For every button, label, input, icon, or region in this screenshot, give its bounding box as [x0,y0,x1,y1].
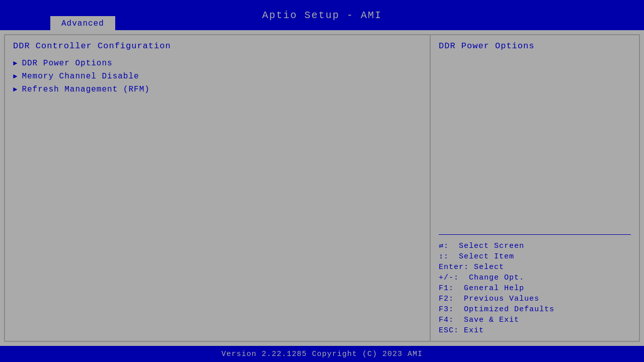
key-label: F4: Save & Exit [439,316,519,324]
left-panel: DDR Controller Configuration ► DDR Power… [4,34,431,342]
key-label: Enter: Select [439,263,504,272]
key-label: F1: General Help [439,284,524,293]
tab-advanced[interactable]: Advanced [50,16,115,30]
arrow-icon: ► [13,85,18,94]
bottom-bar: Version 2.22.1285 Copyright (C) 2023 AMI [0,346,644,362]
key-label: F2: Previous Values [439,295,539,303]
key-label: ↕: Select Item [439,252,514,261]
key-label: ESC: Exit [439,326,484,335]
menu-item-label: Refresh Management (RFM) [22,85,149,94]
key-item-f3-defaults: F3: Optimized Defaults [439,305,631,314]
app: Aptio Setup - AMI Advanced DDR Controlle… [0,0,644,362]
key-help: ⇄: Select Screen ↕: Select Item Enter: S… [439,241,631,335]
arrow-icon: ► [13,59,18,67]
key-item-select-item: ↕: Select Item [439,252,631,261]
menu-item-refresh-management[interactable]: ► Refresh Management (RFM) [13,85,422,94]
key-item-f2-previous: F2: Previous Values [439,295,631,303]
top-bar: Aptio Setup - AMI Advanced [0,0,644,30]
key-label: F3: Optimized Defaults [439,305,554,314]
menu-item-label: DDR Power Options [22,59,112,68]
version-text: Version 2.22.1285 Copyright (C) 2023 AMI [221,350,423,358]
key-item-enter-select: Enter: Select [439,263,631,272]
tab-bar: Advanced [50,16,115,30]
right-panel: DDR Power Options ⇄: Select Screen ↕: Se… [431,34,640,342]
key-item-change-opt: +/-: Change Opt. [439,274,631,282]
key-label: ⇄: Select Screen [439,242,524,250]
key-item-select-screen: ⇄: Select Screen [439,241,631,250]
main-content: DDR Controller Configuration ► DDR Power… [0,30,644,346]
menu-item-ddr-power-options[interactable]: ► DDR Power Options [13,59,422,68]
menu-item-label: Memory Channel Disable [22,72,139,81]
key-item-f4-save: F4: Save & Exit [439,316,631,324]
app-title: Aptio Setup - AMI [262,10,382,21]
right-panel-title: DDR Power Options [439,41,631,51]
left-panel-title: DDR Controller Configuration [13,41,422,51]
key-label: +/-: Change Opt. [439,274,524,282]
key-item-esc-exit: ESC: Exit [439,326,631,335]
key-item-f1-help: F1: General Help [439,284,631,293]
menu-item-memory-channel-disable[interactable]: ► Memory Channel Disable [13,72,422,81]
divider [439,234,631,235]
arrow-icon: ► [13,72,18,80]
